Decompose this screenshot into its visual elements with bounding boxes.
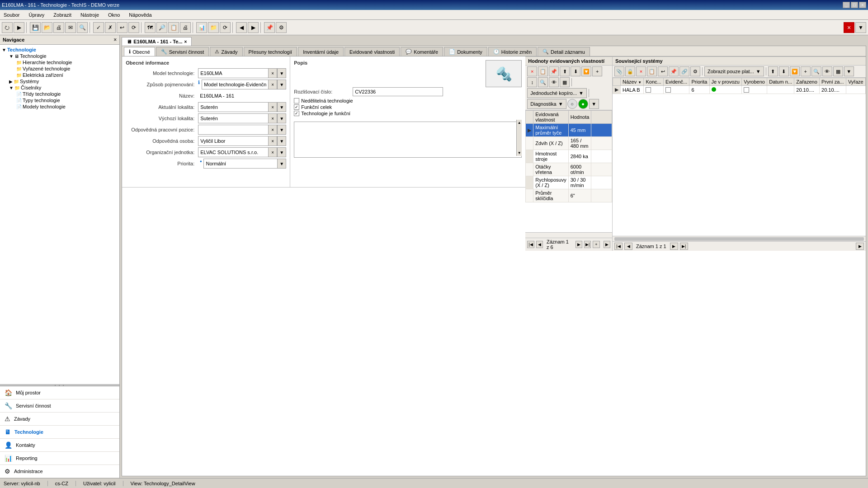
col-vlastnost[interactable]: Evidovaná vlastnost	[533, 111, 568, 124]
hodnoty-btn-sort[interactable]: ↕	[527, 77, 537, 87]
systemy-last-btn[interactable]: ▶|	[680, 243, 688, 250]
hodnoty-new-btn[interactable]: +	[593, 241, 599, 248]
vychozi-drop-button[interactable]: ▼	[277, 113, 286, 123]
hodnoty-last-btn[interactable]: ▶|	[584, 241, 591, 248]
table-row[interactable]: Hmotnost stroje 2840 ka	[526, 150, 612, 163]
popis-textarea[interactable]	[294, 122, 522, 158]
nav-zavady[interactable]: ⚠ Závady	[0, 413, 119, 426]
osoba-input[interactable]	[198, 136, 268, 146]
systemy-btn-more[interactable]: ▼	[844, 66, 854, 76]
hodnoty-btn-paste[interactable]: 📌	[549, 66, 559, 76]
nav-kontakty[interactable]: 👤 Kontakty	[0, 439, 119, 452]
systemy-btn-4[interactable]: 📋	[647, 66, 657, 76]
hodnoty-kopiro-dropdown[interactable]: Jednoduché kopíro... ▼	[527, 88, 587, 98]
table-row[interactable]: ▶ Maximální průměr tyče 45 mm	[526, 124, 612, 137]
nedelitelna-checkbox[interactable]	[294, 98, 299, 103]
tree-item-hierarchie[interactable]: 📁 Hierarchie technologie	[2, 59, 118, 66]
priorita-drop-button[interactable]: ▼	[277, 159, 286, 169]
main-tab-close[interactable]: ×	[184, 39, 187, 44]
hodnoty-btn-copy[interactable]: 📋	[538, 66, 548, 76]
scol-priorita[interactable]: Priorita	[689, 78, 709, 86]
tab-komentare[interactable]: 💬 Komentáře	[401, 47, 443, 56]
toolbar-btn-3[interactable]: 💾	[30, 22, 41, 33]
systemy-btn-7[interactable]: 🔗	[679, 66, 689, 76]
systemy-btn-1[interactable]: 📎	[614, 66, 624, 76]
textarea-scrolldown[interactable]: ▼	[517, 150, 522, 156]
tab-historie[interactable]: 🕐 Historie změn	[488, 47, 537, 56]
close-button[interactable]: ×	[859, 2, 866, 8]
close-app-button[interactable]: ×	[844, 22, 854, 33]
hodnoty-btn-green[interactable]: ●	[578, 99, 588, 109]
org-drop-button[interactable]: ▼	[277, 147, 286, 157]
systemy-btn-5[interactable]: ↩	[658, 66, 668, 76]
hodnoty-btn-search[interactable]: 🔍	[538, 77, 548, 87]
tree-item-systemy[interactable]: ▶ 📁 Systémy	[2, 78, 118, 84]
tab-detail[interactable]: 🔍 Detail záznamu	[538, 47, 590, 56]
systemy-btn-8[interactable]: ⚙	[690, 66, 700, 76]
hodnoty-first-btn[interactable]: |◀	[527, 241, 534, 248]
aktualni-input[interactable]	[198, 102, 268, 112]
toolbar-btn-2[interactable]: ▶	[14, 22, 24, 33]
col-hodnota[interactable]: Hodnota	[568, 111, 591, 124]
hodnoty-btn-add[interactable]: +	[592, 66, 602, 76]
org-clear-button[interactable]: ×	[268, 147, 277, 157]
tree-item-tridy[interactable]: 📄 Třídy technologie	[2, 91, 118, 97]
pozice-clear-button[interactable]: ×	[268, 125, 277, 135]
menu-nastroje[interactable]: Nástroje	[79, 11, 101, 19]
org-input[interactable]	[198, 147, 268, 157]
hodnoty-next-btn[interactable]: ▶	[576, 241, 582, 248]
nav-technologie[interactable]: 🖥 Technologie	[0, 426, 119, 439]
scol-prvni[interactable]: První za...	[820, 78, 846, 86]
hodnoty-btn-view[interactable]: 👁	[549, 77, 559, 87]
toolbar-btn-4[interactable]: 📂	[42, 22, 52, 33]
toolbar-btn-7[interactable]: 🔍	[77, 22, 88, 33]
systemy-next-btn[interactable]: ▶	[670, 243, 678, 250]
systemy-btn-view[interactable]: 👁	[822, 66, 832, 76]
hodnoty-diagnostika-dropdown[interactable]: Diagnostika ▼	[527, 99, 566, 109]
scol-provozu[interactable]: Je v provozu	[709, 78, 742, 86]
model-input[interactable]	[198, 68, 268, 78]
tab-obecne[interactable]: ℹ Obecné	[124, 47, 155, 56]
scol-datum[interactable]: Datum n...	[767, 78, 794, 86]
hodnoty-scroll-right[interactable]: ▶	[604, 241, 610, 248]
scol-zarazeno[interactable]: Zařazeno	[794, 78, 820, 86]
tree-item-vyrazene[interactable]: 📁 Vyřazené technologie	[2, 66, 118, 72]
scol-vyrobeno[interactable]: Vyrobeno	[742, 78, 767, 86]
systemy-prev-btn[interactable]: ◀	[624, 243, 632, 250]
maximize-button[interactable]: □	[851, 2, 858, 8]
tree-item-technologie-root[interactable]: ▼ Technologie	[2, 47, 118, 53]
menu-okno[interactable]: Okno	[106, 11, 122, 19]
nav-muj-prostor[interactable]: 🏠 Můj prostor	[0, 386, 119, 399]
toolbar-btn-19[interactable]: ◀	[236, 22, 247, 33]
nav-servisni[interactable]: 🔧 Servisní činnost	[0, 399, 119, 413]
tab-zavady[interactable]: ⚠ Závady	[210, 47, 242, 56]
systemy-btn-2[interactable]: 🔒	[625, 66, 635, 76]
toolbar-btn-12[interactable]: 🗺	[145, 22, 156, 33]
toolbar-btn-10[interactable]: ↩	[117, 22, 127, 33]
minimize-button[interactable]: _	[843, 2, 850, 8]
systemy-first-btn[interactable]: |◀	[614, 243, 623, 250]
main-tab[interactable]: 🖥 E160LMA - 161 - Te... ×	[122, 37, 192, 46]
tab-dokumenty[interactable]: 📄 Dokumenty	[444, 47, 487, 56]
pozice-drop-button[interactable]: ▼	[277, 125, 286, 135]
model-drop-button[interactable]: ▼	[277, 68, 286, 78]
tab-inventarni[interactable]: Inventární údaje	[298, 47, 344, 56]
systemy-btn-add[interactable]: +	[801, 66, 811, 76]
systemy-btn-search[interactable]: 🔍	[811, 66, 821, 76]
systemy-btn-filter[interactable]: 🔽	[790, 66, 800, 76]
systemy-scroll-right[interactable]: ▶	[856, 243, 864, 250]
toolbar-btn-1[interactable]: ⭮	[2, 22, 13, 33]
tab-evidovane[interactable]: Evidované vlastnosti	[344, 47, 400, 56]
table-row[interactable]: Průměr sklíčidla 6"	[526, 189, 612, 202]
tree-item-typy[interactable]: 📄 Typy technologie	[2, 97, 118, 103]
zpusob-input[interactable]	[202, 80, 268, 89]
rozlisovaci-input[interactable]	[353, 87, 443, 96]
hodnoty-btn-delete[interactable]: ×	[527, 66, 537, 76]
hodnoty-btn-export[interactable]: ⬇	[571, 66, 580, 76]
je-funkcni-checkbox[interactable]: ✓	[294, 111, 299, 116]
priorita-input[interactable]	[203, 159, 277, 169]
toolbar-btn-21[interactable]: 📌	[264, 22, 275, 33]
toolbar-drop[interactable]: ▼	[855, 22, 866, 33]
systemy-btn-cols[interactable]: ▦	[833, 66, 843, 76]
scol-vyrazeno[interactable]: Vyřaze	[846, 78, 865, 86]
